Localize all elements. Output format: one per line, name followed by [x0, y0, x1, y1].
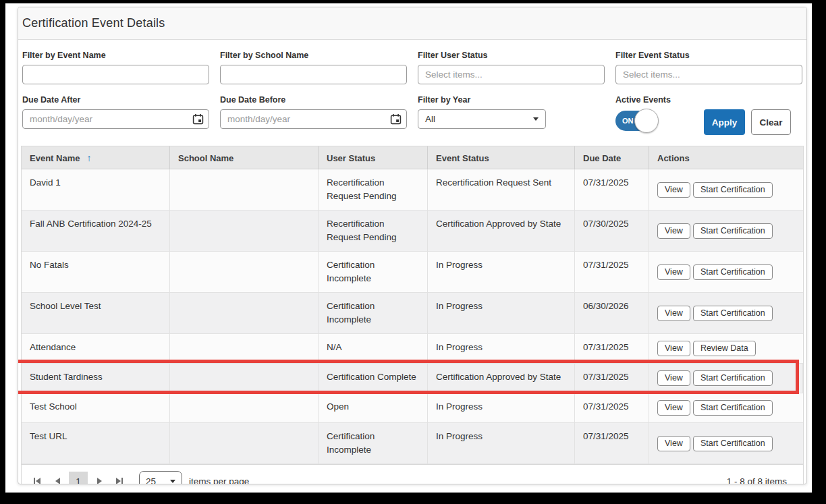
filter-user-status-input[interactable]: [418, 65, 605, 84]
last-page-icon: [116, 478, 121, 484]
table-row[interactable]: No Fatals Certification Incomplete In Pr…: [22, 252, 803, 293]
view-button[interactable]: View: [657, 400, 690, 416]
app-window: Certification Event Details Filter by Ev…: [5, 3, 812, 493]
filter-school-name-input[interactable]: [220, 65, 407, 84]
filter-event-name-label: Filter by Event Name: [22, 51, 209, 60]
due-date-cell: 07/31/2025: [575, 393, 649, 423]
review-data-button[interactable]: Review Data: [693, 341, 756, 356]
active-events-toggle[interactable]: ON: [615, 111, 656, 131]
view-button[interactable]: View: [657, 223, 690, 239]
clear-button[interactable]: Clear: [751, 109, 791, 135]
due-date-cell: 06/30/2026: [575, 293, 649, 334]
actions-cell: ViewStart Certification: [649, 211, 803, 252]
actions-cell: ViewStart Certification: [649, 293, 803, 334]
start-certification-button[interactable]: Start Certification: [693, 370, 773, 386]
school-name-cell: [170, 293, 319, 334]
school-name-cell: [170, 211, 319, 252]
column-header-event-status[interactable]: Event Status: [428, 146, 575, 169]
table-row[interactable]: Test School Open In Progress 07/31/2025 …: [22, 393, 803, 423]
certification-event-details-card: Certification Event Details Filter by Ev…: [18, 7, 807, 484]
filter-event-name-field: Filter by Event Name: [22, 51, 209, 84]
due-date-before-label: Due Date Before: [220, 95, 407, 105]
first-page-icon: [36, 478, 40, 484]
school-name-cell: [170, 364, 319, 393]
previous-page-icon: [55, 478, 60, 484]
current-page-button[interactable]: 1: [69, 472, 88, 484]
apply-button[interactable]: Apply: [704, 109, 745, 135]
event-status-cell: In Progress: [428, 252, 575, 293]
chevron-down-icon: [533, 117, 539, 121]
table-header-row: Event Name ↑ School Name User Status Eve…: [22, 146, 803, 169]
next-page-button[interactable]: [89, 472, 109, 484]
due-date-cell: 07/31/2025: [575, 423, 649, 464]
due-date-before-input[interactable]: [220, 109, 407, 129]
school-name-cell: [170, 393, 319, 423]
table-row[interactable]: Student Tardiness Certification Complete…: [22, 364, 803, 393]
filter-event-status-input[interactable]: [615, 65, 802, 84]
column-header-event-name[interactable]: Event Name ↑: [22, 146, 170, 169]
actions-cell: ViewStart Certification: [649, 252, 803, 293]
table-row[interactable]: Fall ANB Certification 2024-25 Recertifi…: [22, 211, 803, 252]
user-status-cell: Certification Incomplete: [319, 252, 428, 293]
start-certification-button[interactable]: Start Certification: [693, 182, 773, 198]
event-name-cell: Student Tardiness: [22, 364, 170, 393]
table-row[interactable]: Test URL Certification Incomplete In Pro…: [22, 423, 803, 464]
event-name-cell: School Level Test: [22, 293, 170, 334]
actions-cell: ViewStart Certification: [649, 393, 803, 423]
actions-cell: ViewReview Data: [649, 334, 803, 364]
column-header-due-date[interactable]: Due Date: [575, 146, 649, 169]
last-page-button[interactable]: [109, 472, 130, 484]
filter-event-status-field: Filter Event Status: [615, 51, 802, 84]
due-date-cell: 07/31/2025: [575, 252, 649, 293]
calendar-icon[interactable]: [389, 113, 402, 126]
previous-page-button[interactable]: [47, 472, 67, 484]
start-certification-button[interactable]: Start Certification: [693, 436, 773, 451]
school-name-cell: [170, 334, 319, 364]
active-events-label: Active Events: [615, 95, 802, 105]
view-button[interactable]: View: [657, 264, 690, 280]
filter-event-name-input[interactable]: [22, 65, 209, 84]
event-name-cell: Attendance: [22, 334, 170, 364]
table-row[interactable]: David 1 Recertification Request Pending …: [22, 169, 803, 211]
start-certification-button[interactable]: Start Certification: [693, 264, 773, 280]
column-header-school-name[interactable]: School Name: [170, 146, 319, 169]
view-button[interactable]: View: [657, 370, 690, 386]
user-status-cell: Certification Incomplete: [319, 423, 428, 464]
event-status-cell: In Progress: [428, 393, 575, 423]
page-title: Certification Event Details: [22, 16, 165, 30]
card-header: Certification Event Details: [18, 7, 806, 40]
page-size-value: 25: [146, 476, 156, 485]
school-name-cell: [170, 423, 319, 464]
school-name-cell: [170, 169, 319, 211]
due-date-after-input[interactable]: [22, 109, 209, 129]
start-certification-button[interactable]: Start Certification: [693, 400, 773, 416]
start-certification-button[interactable]: Start Certification: [693, 223, 773, 239]
filter-panel: Filter by Event Name Filter by School Na…: [18, 40, 806, 146]
year-select-value: All: [425, 114, 435, 124]
event-name-cell: Test School: [22, 393, 170, 423]
due-date-cell: 07/31/2025: [575, 169, 649, 211]
page-size-select[interactable]: 25: [139, 471, 182, 484]
user-status-cell: Certification Incomplete: [319, 293, 428, 334]
calendar-icon[interactable]: [191, 113, 204, 126]
pagination-bar: 1 25 items per page 1 - 8 of 8 items: [22, 464, 803, 484]
actions-cell: ViewStart Certification: [649, 423, 803, 464]
year-select[interactable]: All: [418, 109, 546, 129]
view-button[interactable]: View: [657, 182, 690, 198]
view-button[interactable]: View: [657, 306, 690, 321]
start-certification-button[interactable]: Start Certification: [693, 306, 773, 321]
school-name-cell: [170, 252, 319, 293]
column-header-user-status[interactable]: User Status: [319, 146, 428, 169]
user-status-cell: Open: [319, 393, 428, 423]
table-row[interactable]: Attendance N/A In Progress 07/31/2025 Vi…: [22, 334, 803, 364]
view-button[interactable]: View: [657, 436, 690, 451]
user-status-cell: N/A: [319, 334, 428, 364]
user-status-cell: Recertification Request Pending: [319, 169, 428, 211]
toggle-on-label: ON: [622, 117, 634, 125]
view-button[interactable]: View: [657, 341, 690, 356]
table-row[interactable]: School Level Test Certification Incomple…: [22, 293, 803, 334]
column-header-actions: Actions: [649, 146, 803, 169]
items-per-page-label: items per page: [189, 476, 249, 485]
due-date-after-field: Due Date After: [22, 95, 209, 135]
first-page-button[interactable]: [27, 472, 47, 484]
